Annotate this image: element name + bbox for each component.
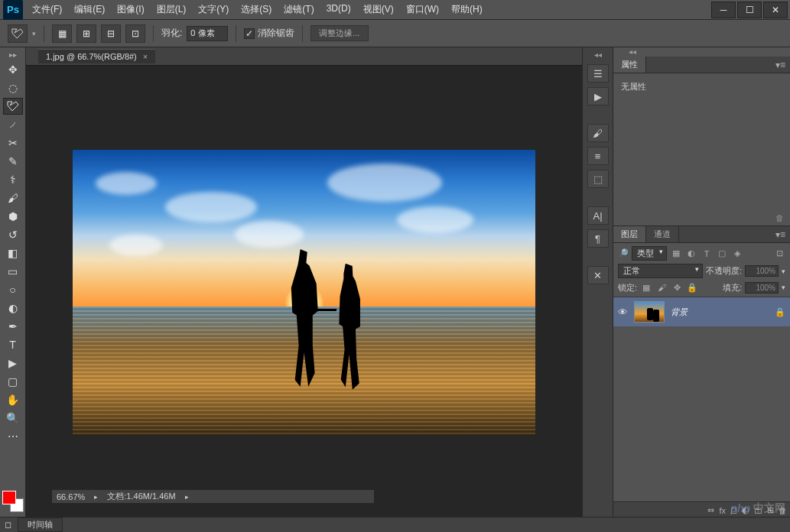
menu-3d[interactable]: 3D(D) [320, 0, 357, 19]
stamp-tool-icon[interactable]: ⬢ [3, 208, 23, 225]
menu-layer[interactable]: 图层(L) [151, 0, 193, 19]
filter-toggle-icon[interactable]: ⊡ [773, 248, 785, 260]
filter-shape-icon[interactable]: ▢ [716, 248, 728, 260]
tab-channels[interactable]: 通道 [646, 226, 679, 242]
layer-thumbnail[interactable] [634, 301, 665, 323]
menu-help[interactable]: 帮助(H) [445, 0, 489, 19]
menu-filter[interactable]: 滤镜(T) [278, 0, 320, 19]
layers-menu-icon[interactable]: ▾≡ [771, 229, 790, 240]
intersect-selection-icon[interactable]: ⊡ [125, 24, 145, 43]
menu-select[interactable]: 选择(S) [235, 0, 278, 19]
lock-transparent-icon[interactable]: ▦ [640, 281, 652, 294]
zoom-level[interactable]: 66.67% [57, 492, 85, 501]
canvas-viewport[interactable] [26, 66, 582, 518]
filter-adjust-icon[interactable]: ◐ [685, 248, 697, 260]
color-swatches[interactable] [2, 491, 24, 512]
menu-image[interactable]: 图像(I) [111, 0, 150, 19]
tab-properties[interactable]: 属性 [613, 57, 646, 73]
fx-icon[interactable]: fx [719, 506, 726, 515]
strip-collapse-icon[interactable]: ◂◂ [584, 50, 612, 60]
gradient-tool-icon[interactable]: ▭ [3, 263, 23, 280]
document-tab[interactable]: 1.jpg @ 66.7%(RGB/8#) × [38, 49, 155, 63]
pen-tool-icon[interactable]: ✒ [3, 318, 23, 335]
paragraph-panel-icon[interactable]: ¶ [587, 229, 609, 248]
layer-name[interactable]: 背景 [671, 307, 769, 318]
close-button[interactable]: ✕ [763, 2, 788, 18]
eraser-tool-icon[interactable]: ◧ [3, 245, 23, 261]
eyedropper-tool-icon[interactable]: ✎ [3, 153, 23, 170]
brush-tool-icon[interactable]: 🖌 [3, 190, 23, 206]
filter-smart-icon[interactable]: ◈ [731, 248, 743, 260]
lock-paint-icon[interactable]: 🖌 [655, 281, 668, 294]
shape-tool-icon[interactable]: ▢ [3, 373, 23, 390]
antialias-label: 消除锯齿 [258, 27, 294, 40]
tool-presets-panel-icon[interactable]: ✕ [587, 266, 609, 284]
filter-type-dropdown[interactable]: 类型 [632, 246, 667, 261]
brush-panel-icon[interactable]: 🖌 [587, 124, 609, 142]
lock-position-icon[interactable]: ✥ [671, 281, 683, 294]
info-caret-icon[interactable]: ▸ [185, 493, 189, 501]
menu-view[interactable]: 视图(V) [357, 0, 400, 19]
menu-edit[interactable]: 编辑(E) [68, 0, 111, 19]
main-area: ▸▸ ✥ ◌ ⟋ ✂ ✎ ⚕ 🖌 ⬢ ↺ ◧ ▭ ○ ◐ ✒ T ▶ ▢ ✋ 🔍… [0, 47, 790, 518]
menu-type[interactable]: 文字(Y) [192, 0, 235, 19]
fill-input[interactable]: 100% [745, 282, 779, 294]
filter-pixel-icon[interactable]: ▦ [670, 248, 682, 260]
close-tab-icon[interactable]: × [143, 52, 148, 61]
timeline-tab[interactable]: 时间轴 [18, 517, 63, 532]
foreground-color-swatch[interactable] [2, 491, 16, 504]
layer-item-background[interactable]: 👁 背景 🔒 [613, 297, 790, 326]
quick-mask-icon[interactable]: ◻ [5, 520, 11, 530]
sidebar-collapse-icon[interactable]: ▸▸ [2, 50, 24, 60]
app-logo: Ps [3, 0, 23, 20]
marquee-tool-icon[interactable]: ◌ [3, 79, 23, 96]
brush-presets-panel-icon[interactable]: ≡ [587, 147, 609, 165]
healing-tool-icon[interactable]: ⚕ [3, 171, 23, 188]
move-tool-icon[interactable]: ✥ [3, 61, 23, 78]
antialias-checkbox[interactable]: ✓ [244, 28, 255, 39]
dodge-tool-icon[interactable]: ◐ [3, 300, 23, 316]
actions-panel-icon[interactable]: ▶ [587, 87, 609, 105]
menu-file[interactable]: 文件(F) [26, 0, 68, 19]
refine-edge-button[interactable]: 调整边缘... [310, 25, 368, 41]
tool-preset-icon[interactable] [8, 24, 28, 43]
zoom-caret-icon[interactable]: ▸ [94, 493, 98, 501]
type-tool-icon[interactable]: T [3, 336, 23, 353]
lock-all-icon[interactable]: 🔒 [686, 281, 698, 294]
dropdown-caret-icon[interactable]: ▾ [32, 30, 36, 37]
lasso-tool-icon[interactable] [3, 98, 23, 115]
tab-layers[interactable]: 图层 [613, 226, 646, 242]
hand-tool-icon[interactable]: ✋ [3, 391, 23, 408]
properties-empty-text: 无属性 [621, 82, 646, 91]
panels-collapse-icon[interactable]: ◂◂ [613, 47, 641, 57]
filter-search-icon[interactable]: 🔎 [618, 248, 629, 258]
subtract-selection-icon[interactable]: ⊟ [101, 24, 121, 43]
blend-mode-dropdown[interactable]: 正常 [618, 264, 703, 278]
magic-wand-tool-icon[interactable]: ⟋ [3, 116, 23, 133]
feather-input[interactable] [187, 26, 228, 41]
character-panel-icon[interactable]: A| [587, 206, 609, 225]
minimize-button[interactable]: ─ [711, 2, 736, 18]
lock-icon[interactable]: 🔒 [775, 307, 785, 317]
fill-caret-icon[interactable]: ▾ [782, 284, 785, 291]
zoom-tool-icon[interactable]: 🔍 [3, 410, 23, 427]
history-panel-icon[interactable]: ☰ [587, 64, 609, 83]
add-selection-icon[interactable]: ⊞ [76, 24, 96, 43]
opacity-input[interactable]: 100% [745, 265, 779, 277]
path-select-tool-icon[interactable]: ▶ [3, 355, 23, 371]
blur-tool-icon[interactable]: ○ [3, 281, 23, 298]
properties-menu-icon[interactable]: ▾≡ [771, 60, 790, 70]
history-brush-tool-icon[interactable]: ↺ [3, 226, 23, 243]
new-selection-icon[interactable]: ▦ [52, 24, 72, 43]
bottom-bar: ◻ 时间轴 [0, 517, 790, 532]
link-layers-icon[interactable]: ⇔ [707, 505, 714, 515]
maximize-button[interactable]: ☐ [737, 2, 762, 18]
edit-toolbar-icon[interactable]: ⋯ [3, 428, 23, 445]
menu-window[interactable]: 窗口(W) [400, 0, 445, 19]
crop-tool-icon[interactable]: ✂ [3, 135, 23, 151]
trash-icon[interactable]: 🗑 [775, 213, 784, 222]
visibility-icon[interactable]: 👁 [618, 307, 628, 318]
filter-type-icon[interactable]: T [701, 248, 713, 260]
clone-source-panel-icon[interactable]: ⬚ [587, 170, 609, 188]
opacity-caret-icon[interactable]: ▾ [782, 268, 785, 275]
